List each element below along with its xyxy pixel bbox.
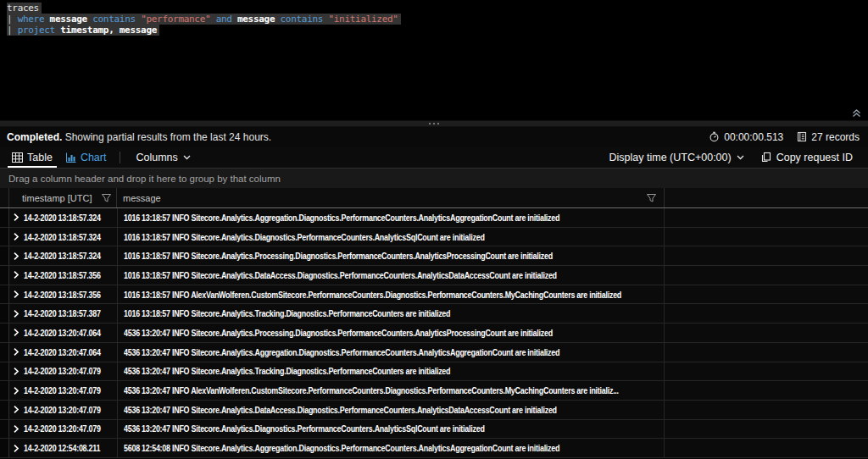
query-line[interactable]: | where message contains "performance" a… xyxy=(7,14,868,25)
cell-timestamp: 14-2-2020 13:18:57.387 xyxy=(24,304,117,323)
table-row[interactable]: 14-2-2020 13:20:47.0794536 13:20:47 INFO… xyxy=(0,420,868,440)
cell-message: 1016 13:18:57 INFO Sitecore.Analytics.Pr… xyxy=(117,246,665,265)
results-toolbar: Table Chart Columns Display time (UTC+00… xyxy=(0,147,868,169)
expand-row-chevron-icon[interactable] xyxy=(9,285,24,304)
row-gutter xyxy=(0,304,9,323)
duration-value: 00:00:00.513 xyxy=(724,131,783,143)
table-row[interactable]: 14-2-2020 13:18:57.3241016 13:18:57 INFO… xyxy=(0,246,868,266)
group-by-hint: Drag a column header and drop it here to… xyxy=(0,169,868,188)
row-filler xyxy=(665,362,868,381)
expand-row-chevron-icon[interactable] xyxy=(9,362,24,381)
table-row[interactable]: 14-2-2020 13:18:57.3241016 13:18:57 INFO… xyxy=(0,228,868,247)
cell-timestamp: 14-2-2020 13:20:47.064 xyxy=(24,343,117,362)
filter-icon[interactable] xyxy=(646,193,657,203)
columns-dropdown-label: Columns xyxy=(136,152,177,163)
query-editor[interactable]: traces| where message contains "performa… xyxy=(0,0,868,120)
row-filler xyxy=(665,208,868,227)
row-gutter xyxy=(0,381,9,400)
expand-row-chevron-icon[interactable] xyxy=(9,381,24,400)
row-filler xyxy=(665,266,868,285)
filter-icon[interactable] xyxy=(101,193,112,203)
cell-message: 4536 13:20:47 INFO Sitecore.Analytics.Tr… xyxy=(117,362,665,381)
table-row[interactable]: 14-2-2020 13:20:47.0644536 13:20:47 INFO… xyxy=(0,324,868,343)
table-row[interactable]: 14-2-2020 13:18:57.3561016 13:18:57 INFO… xyxy=(0,285,868,305)
row-gutter xyxy=(0,266,9,285)
cell-timestamp: 14-2-2020 13:20:47.079 xyxy=(24,401,117,419)
cell-timestamp: 14-2-2020 12:54:08.211 xyxy=(24,439,117,457)
pane-splitter[interactable] xyxy=(0,120,868,127)
cell-message: 4536 13:20:47 INFO Sitecore.Analytics.Pr… xyxy=(117,324,665,342)
chevron-down-icon xyxy=(183,155,191,160)
cell-message: 1016 13:18:57 INFO Sitecore.Analytics.Da… xyxy=(117,266,665,285)
table-row[interactable]: 14-2-2020 13:20:47.0644536 13:20:47 INFO… xyxy=(0,343,868,362)
table-row[interactable]: 14-2-2020 12:54:08.2115608 12:54:08 INFO… xyxy=(0,439,868,458)
copy-icon xyxy=(761,152,771,163)
expand-row-chevron-icon[interactable] xyxy=(9,439,24,457)
cell-timestamp: 14-2-2020 13:18:57.324 xyxy=(24,246,117,265)
column-header-timestamp-label: timestamp [UTC] xyxy=(22,193,92,203)
tab-chart-label: Chart xyxy=(81,152,107,163)
row-filler xyxy=(665,343,868,362)
row-gutter xyxy=(0,401,9,419)
cell-timestamp: 14-2-2020 13:20:47.064 xyxy=(24,324,117,342)
tab-table-label: Table xyxy=(27,152,53,163)
row-filler xyxy=(665,324,868,342)
query-line[interactable]: traces xyxy=(7,3,868,14)
table-row[interactable]: 14-2-2020 13:18:57.3871016 13:18:57 INFO… xyxy=(0,304,868,324)
chevron-down-icon xyxy=(737,155,744,160)
table-row[interactable]: 14-2-2020 13:20:47.0794536 13:20:47 INFO… xyxy=(0,381,868,401)
chevron-double-up-icon xyxy=(852,108,861,118)
collapse-editor-button[interactable] xyxy=(852,108,861,118)
cell-message: 1016 13:18:57 INFO Sitecore.Analytics.Ag… xyxy=(117,208,665,227)
query-line[interactable]: | project timestamp, message xyxy=(7,25,868,36)
copy-request-id-button[interactable]: Copy request ID xyxy=(753,147,861,168)
row-gutter xyxy=(0,228,9,246)
expand-row-chevron-icon[interactable] xyxy=(9,343,24,362)
expand-row-chevron-icon[interactable] xyxy=(9,208,24,227)
cell-message: 4536 13:20:47 INFO Sitecore.Analytics.Da… xyxy=(117,401,665,419)
table-header-row: timestamp [UTC] message xyxy=(0,188,868,208)
query-duration: 00:00:00.513 xyxy=(709,131,783,143)
column-header-message[interactable]: message xyxy=(117,188,665,207)
columns-dropdown[interactable]: Columns xyxy=(127,147,198,168)
toolbar-divider xyxy=(120,152,120,163)
records-icon xyxy=(797,131,807,142)
expand-row-chevron-icon[interactable] xyxy=(9,246,24,265)
record-count-value: 27 records xyxy=(811,131,860,143)
expand-row-chevron-icon[interactable] xyxy=(9,228,24,246)
status-completed-label: Completed. xyxy=(7,131,62,143)
row-filler xyxy=(665,420,868,439)
expand-row-chevron-icon[interactable] xyxy=(9,420,24,439)
query-editor-lines: traces| where message contains "performa… xyxy=(7,3,868,36)
expand-row-chevron-icon[interactable] xyxy=(9,266,24,285)
table-row[interactable]: 14-2-2020 13:20:47.0794536 13:20:47 INFO… xyxy=(0,362,868,382)
cell-message: 4536 13:20:47 INFO Sitecore.Analytics.Ag… xyxy=(117,343,665,362)
row-filler xyxy=(665,381,868,400)
status-message: Showing partial results from the last 24… xyxy=(65,131,271,143)
log-analytics-panel: traces| where message contains "performa… xyxy=(0,0,868,459)
display-time-dropdown[interactable]: Display time (UTC+00:00) xyxy=(601,147,753,168)
cell-message: 5608 12:54:08 INFO Sitecore.Analytics.Ag… xyxy=(117,439,665,457)
row-gutter xyxy=(0,420,9,439)
row-gutter xyxy=(0,324,9,342)
table-row[interactable]: 14-2-2020 13:18:57.3241016 13:18:57 INFO… xyxy=(0,208,868,228)
cell-message: 1016 13:18:57 INFO AlexVanWolferen.Custo… xyxy=(117,285,665,304)
tab-table[interactable]: Table xyxy=(5,147,59,168)
table-row[interactable]: 14-2-2020 13:20:47.0794536 13:20:47 INFO… xyxy=(0,401,868,420)
cell-timestamp: 14-2-2020 13:20:47.079 xyxy=(24,362,117,381)
record-count: 27 records xyxy=(797,131,860,143)
table-row[interactable]: 14-2-2020 13:18:57.3561016 13:18:57 INFO… xyxy=(0,266,868,285)
tab-chart[interactable]: Chart xyxy=(59,147,114,168)
header-filler xyxy=(665,188,868,207)
cell-timestamp: 14-2-2020 13:18:57.324 xyxy=(24,208,117,227)
copy-request-id-label: Copy request ID xyxy=(776,152,853,163)
row-gutter xyxy=(0,343,9,362)
row-gutter xyxy=(0,246,9,265)
expand-row-chevron-icon[interactable] xyxy=(9,324,24,342)
display-time-label: Display time (UTC+00:00) xyxy=(609,152,732,163)
column-header-timestamp[interactable]: timestamp [UTC] xyxy=(9,188,117,207)
header-gutter xyxy=(0,188,9,207)
row-filler xyxy=(665,246,868,265)
expand-row-chevron-icon[interactable] xyxy=(9,401,24,419)
expand-row-chevron-icon[interactable] xyxy=(9,304,24,323)
